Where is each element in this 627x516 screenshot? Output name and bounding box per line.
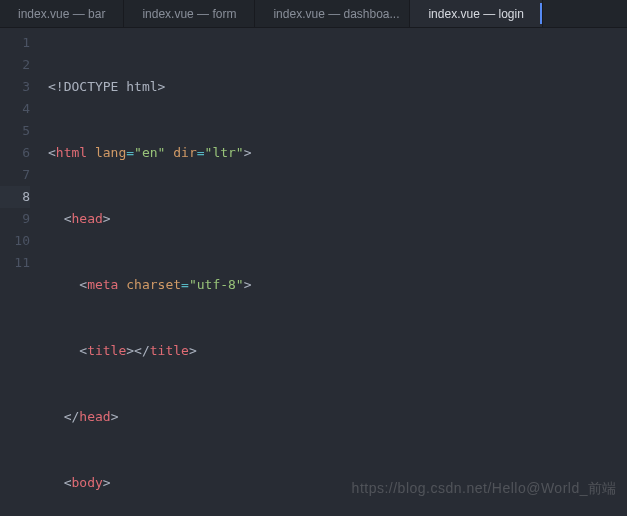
tab-label: index.vue — login bbox=[428, 7, 523, 21]
code-line: <head> bbox=[48, 208, 627, 230]
tab-label: index.vue — dashboa... bbox=[273, 7, 399, 21]
line-number: 11 bbox=[0, 252, 30, 274]
tab-bar-item[interactable]: index.vue — form bbox=[124, 0, 255, 27]
line-number: 6 bbox=[0, 142, 30, 164]
line-number: 2 bbox=[0, 54, 30, 76]
code-line: <html lang="en" dir="ltr"> bbox=[48, 142, 627, 164]
line-number: 5 bbox=[0, 120, 30, 142]
line-number: 4 bbox=[0, 98, 30, 120]
code-area[interactable]: <!DOCTYPE html> <html lang="en" dir="ltr… bbox=[40, 28, 627, 516]
line-number: 3 bbox=[0, 76, 30, 98]
tab-bar-item[interactable]: index.vue — bar bbox=[0, 0, 124, 27]
code-editor[interactable]: 1 2 3 4 5 6 7 8 9 10 11 <!DOCTYPE html> … bbox=[0, 28, 627, 516]
code-line: <body> bbox=[48, 472, 627, 494]
line-number: 1 bbox=[0, 32, 30, 54]
tab-bar-item[interactable]: index.vue — login bbox=[410, 0, 542, 27]
tab-label: index.vue — bar bbox=[18, 7, 105, 21]
line-number: 7 bbox=[0, 164, 30, 186]
line-number: 8 bbox=[0, 186, 30, 208]
code-line: <!DOCTYPE html> bbox=[48, 76, 627, 98]
line-number: 9 bbox=[0, 208, 30, 230]
tab-bar: index.vue — bar index.vue — form index.v… bbox=[0, 0, 627, 28]
tab-bar-item[interactable]: index.vue — dashboa... bbox=[255, 0, 410, 27]
tab-label: index.vue — form bbox=[142, 7, 236, 21]
code-line: <meta charset="utf-8"> bbox=[48, 274, 627, 296]
line-number-gutter: 1 2 3 4 5 6 7 8 9 10 11 bbox=[0, 28, 40, 516]
code-line: </head> bbox=[48, 406, 627, 428]
code-line: <title></title> bbox=[48, 340, 627, 362]
line-number: 10 bbox=[0, 230, 30, 252]
